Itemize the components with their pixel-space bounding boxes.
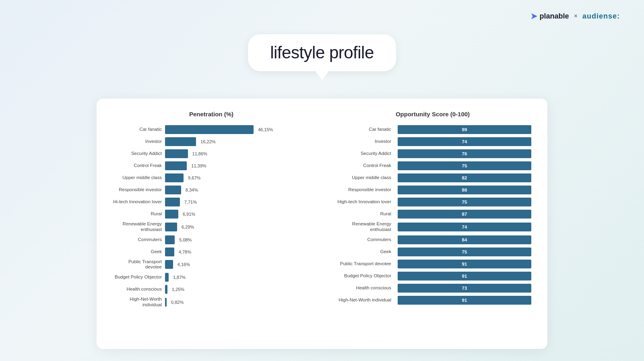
penetration-bar-row: Commuters5,08% xyxy=(113,235,310,245)
opportunity-bar-fill: 84 xyxy=(398,235,531,244)
opportunity-bar-label: Control Freak xyxy=(334,163,394,169)
opportunity-bar-label: Commuters xyxy=(334,237,394,243)
penetration-bar-container: 4,16% xyxy=(165,260,310,269)
opportunity-bar-fill: 73 xyxy=(398,284,531,293)
opportunity-bar-wrap: 91 xyxy=(398,296,531,305)
penetration-bar-fill xyxy=(165,273,169,282)
opportunity-bar-label: Investor xyxy=(334,139,394,144)
speech-bubble-container: lifestyle profile xyxy=(248,34,396,71)
penetration-bar-fill xyxy=(165,149,188,158)
penetration-bar-container: 0,82% xyxy=(165,298,310,307)
opportunity-bar-row: Rural87 xyxy=(334,209,531,219)
penetration-bar-label: Control Freak xyxy=(113,163,165,169)
penetration-bar-fill xyxy=(165,198,180,206)
opportunity-bar-wrap: 73 xyxy=(398,284,531,293)
opportunity-bar-value: 88 xyxy=(462,188,467,192)
opportunity-bar-wrap: 91 xyxy=(398,260,531,268)
opportunity-bar-label: Budget Policy Objector xyxy=(334,273,394,279)
penetration-bar-row: Health conscious1,25% xyxy=(113,285,310,294)
opportunity-bar-fill: 88 xyxy=(398,186,531,194)
penetration-bar-row: High-Net-Worth individual0,82% xyxy=(113,297,310,308)
opportunity-bar-wrap: 87 xyxy=(398,210,531,219)
opportunity-bar-row: Car fanatic99 xyxy=(334,125,531,134)
opportunity-bar-value: 82 xyxy=(462,175,467,180)
opportunity-bar-wrap: 91 xyxy=(398,272,531,281)
penetration-bar-row: Security Addict11,86% xyxy=(113,149,310,159)
penetration-bar-label: Geek xyxy=(113,249,165,255)
opportunity-bar-label: Public Transport devotee xyxy=(334,261,394,267)
opportunity-bar-wrap: 75 xyxy=(398,198,531,206)
penetration-bar-value: 8,34% xyxy=(186,188,198,192)
penetration-bar-label: Investor xyxy=(113,139,165,144)
opportunity-bar-fill: 74 xyxy=(398,223,531,231)
penetration-bar-container: 1,87% xyxy=(165,273,310,282)
penetration-bar-label: Responsible investor xyxy=(113,187,165,193)
opportunity-bar-row: Geek75 xyxy=(334,247,531,257)
opportunity-bar-label: Renewable Energy enthusiast xyxy=(334,221,394,233)
opportunity-bar-value: 91 xyxy=(462,298,467,303)
opportunity-bar-value: 76 xyxy=(462,151,467,156)
opportunity-bar-wrap: 88 xyxy=(398,186,531,194)
opportunity-bar-value: 91 xyxy=(462,274,467,278)
logo-separator: × xyxy=(574,12,578,20)
opportunity-bar-fill: 91 xyxy=(398,272,531,281)
opportunity-section: Opportunity Score (0-100) Car fanatic99I… xyxy=(334,111,531,337)
opportunity-bar-fill: 75 xyxy=(398,198,531,206)
penetration-bar-label: Budget Policy Objector xyxy=(113,274,165,280)
opportunity-bar-row: Health conscious73 xyxy=(334,283,531,293)
opportunity-bar-row: Security Addict76 xyxy=(334,149,531,159)
penetration-bar-container: 11,39% xyxy=(165,161,310,170)
opportunity-bar-value: 99 xyxy=(462,127,467,132)
opportunity-bar-fill: 74 xyxy=(398,137,531,146)
penetration-bar-fill xyxy=(165,235,175,244)
opportunity-bar-value: 75 xyxy=(462,163,467,168)
opportunity-bar-chart: Car fanatic99Investor74Security Addict76… xyxy=(334,125,531,337)
penetration-bar-row: Investor16,22% xyxy=(113,137,310,146)
penetration-bar-fill xyxy=(165,186,181,194)
penetration-bar-value: 9,67% xyxy=(188,175,200,180)
planable-logo: ➤ planable xyxy=(530,11,569,21)
opportunity-bar-label: Security Addict xyxy=(334,151,394,157)
opportunity-bar-wrap: 99 xyxy=(398,125,531,134)
penetration-bar-value: 6,29% xyxy=(182,225,194,229)
penetration-bar-container: 46,15% xyxy=(165,125,310,134)
penetration-bar-value: 7,71% xyxy=(184,200,197,204)
opportunity-bar-row: High-Net-Worth individual91 xyxy=(334,295,531,305)
opportunity-bar-wrap: 75 xyxy=(398,161,531,170)
opportunity-bar-row: Renewable Energy enthusiast74 xyxy=(334,221,531,233)
penetration-bar-label: Public Transport devotee xyxy=(113,259,165,270)
opportunity-bar-value: 74 xyxy=(462,139,467,144)
penetration-title: Penetration (%) xyxy=(113,111,310,118)
opportunity-bar-row: Commuters84 xyxy=(334,235,531,245)
penetration-bar-value: 4,16% xyxy=(178,262,190,267)
penetration-bar-container: 6,91% xyxy=(165,210,310,219)
opportunity-bar-row: Responsible investor88 xyxy=(334,185,531,195)
opportunity-bar-row: Budget Policy Objector91 xyxy=(334,271,531,281)
opportunity-bar-row: High-tech Innovation lover75 xyxy=(334,197,531,207)
penetration-bar-row: Budget Policy Objector1,87% xyxy=(113,272,310,282)
opportunity-bar-fill: 91 xyxy=(398,260,531,268)
penetration-bar-row: Hi-tech Innovation lover7,71% xyxy=(113,197,310,207)
penetration-bar-row: Responsible investor8,34% xyxy=(113,185,310,195)
penetration-bar-container: 9,67% xyxy=(165,173,310,182)
penetration-bar-label: Car fanatic xyxy=(113,127,165,132)
opportunity-bar-value: 74 xyxy=(462,225,467,229)
penetration-bar-label: High-Net-Worth individual xyxy=(113,297,165,308)
opportunity-bar-row: Investor74 xyxy=(334,137,531,146)
penetration-bar-fill xyxy=(165,210,178,219)
penetration-bar-fill xyxy=(165,125,254,134)
opportunity-bar-value: 87 xyxy=(462,212,467,217)
opportunity-bar-label: Health conscious xyxy=(334,285,394,291)
opportunity-bar-label: Car fanatic xyxy=(334,127,394,132)
penetration-bar-value: 1,87% xyxy=(173,275,186,280)
penetration-bar-value: 1,25% xyxy=(172,287,184,292)
opportunity-bar-fill: 75 xyxy=(398,248,531,256)
penetration-bar-value: 16,22% xyxy=(200,139,215,144)
opportunity-bar-fill: 91 xyxy=(398,296,531,305)
opportunity-bar-wrap: 74 xyxy=(398,223,531,231)
penetration-bar-fill xyxy=(165,298,167,307)
opportunity-bar-value: 75 xyxy=(462,250,467,254)
opportunity-bar-value: 73 xyxy=(462,286,467,291)
penetration-bar-fill xyxy=(165,137,196,146)
penetration-bar-label: Security Addict xyxy=(113,151,165,157)
